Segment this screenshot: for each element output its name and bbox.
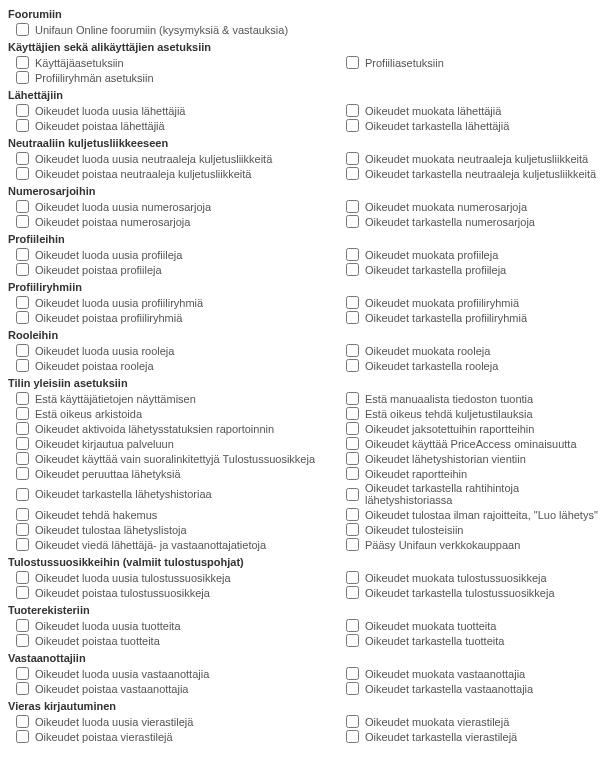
permission-option[interactable]: Oikeudet tarkastella rooleja (346, 358, 601, 373)
permission-option[interactable]: Oikeudet luoda uusia tulostussuosikkeja (6, 570, 346, 585)
permission-checkbox[interactable] (16, 71, 29, 84)
permission-checkbox[interactable] (346, 392, 359, 405)
permission-checkbox[interactable] (346, 422, 359, 435)
permission-option[interactable]: Oikeudet poistaa vastaanottajia (6, 681, 346, 696)
permission-option[interactable]: Oikeudet tarkastella vastaanottajia (346, 681, 601, 696)
permission-checkbox[interactable] (16, 508, 29, 521)
permission-option[interactable]: Oikeudet kirjautua palveluun (6, 436, 346, 451)
permission-option[interactable]: Unifaun Online foorumiin (kysymyksiä & v… (6, 22, 609, 37)
permission-option[interactable]: Oikeudet luoda uusia lähettäjiä (6, 103, 346, 118)
permission-option[interactable]: Käyttäjäasetuksiin (6, 55, 346, 70)
permission-option[interactable]: Oikeudet luoda uusia vierastilejä (6, 714, 346, 729)
permission-checkbox[interactable] (346, 344, 359, 357)
permission-checkbox[interactable] (16, 152, 29, 165)
permission-checkbox[interactable] (16, 586, 29, 599)
permission-option[interactable]: Oikeudet tarkastella neutraaleja kuljetu… (346, 166, 601, 181)
permission-checkbox[interactable] (16, 467, 29, 480)
permission-checkbox[interactable] (16, 407, 29, 420)
permission-checkbox[interactable] (346, 467, 359, 480)
permission-checkbox[interactable] (16, 344, 29, 357)
permission-option[interactable]: Oikeudet poistaa tulostussuosikkeja (6, 585, 346, 600)
permission-option[interactable]: Oikeudet käyttää PriceAccess ominaisuutt… (346, 436, 601, 451)
permission-option[interactable]: Oikeudet raportteihin (346, 466, 601, 481)
permission-option[interactable]: Oikeudet käyttää vain suoralinkitettyjä … (6, 451, 346, 466)
permission-option[interactable]: Oikeudet tarkastella tulostussuosikkeja (346, 585, 601, 600)
permission-checkbox[interactable] (16, 538, 29, 551)
permission-option[interactable]: Oikeudet lähetyshistorian vientiin (346, 451, 601, 466)
permission-checkbox[interactable] (16, 571, 29, 584)
permission-checkbox[interactable] (346, 104, 359, 117)
permission-checkbox[interactable] (346, 359, 359, 372)
permission-checkbox[interactable] (16, 422, 29, 435)
permission-option[interactable]: Estä käyttäjätietojen näyttämisen (6, 391, 346, 406)
permission-option[interactable]: Oikeudet luoda uusia tuotteita (6, 618, 346, 633)
permission-checkbox[interactable] (346, 119, 359, 132)
permission-checkbox[interactable] (16, 634, 29, 647)
permission-option[interactable]: Oikeudet poistaa tuotteita (6, 633, 346, 648)
permission-checkbox[interactable] (346, 167, 359, 180)
permission-checkbox[interactable] (346, 523, 359, 536)
permission-checkbox[interactable] (16, 437, 29, 450)
permission-option[interactable]: Oikeudet muokata numerosarjoja (346, 199, 601, 214)
permission-checkbox[interactable] (346, 619, 359, 632)
permission-checkbox[interactable] (346, 437, 359, 450)
permission-option[interactable]: Oikeudet luoda uusia vastaanottajia (6, 666, 346, 681)
permission-option[interactable]: Oikeudet luoda uusia numerosarjoja (6, 199, 346, 214)
permission-option[interactable]: Oikeudet poistaa neutraaleja kuljetuslii… (6, 166, 346, 181)
permission-option[interactable]: Oikeudet luoda uusia neutraaleja kuljetu… (6, 151, 346, 166)
permission-option[interactable]: Oikeudet muokata lähettäjiä (346, 103, 601, 118)
permission-checkbox[interactable] (346, 586, 359, 599)
permission-option[interactable]: Oikeudet muokata vastaanottajia (346, 666, 601, 681)
permission-checkbox[interactable] (16, 619, 29, 632)
permission-option[interactable]: Profiiliasetuksiin (346, 55, 601, 70)
permission-option[interactable]: Oikeudet viedä lähettäjä- ja vastaanotta… (6, 537, 346, 552)
permission-option[interactable]: Oikeudet poistaa vierastilejä (6, 729, 346, 744)
permission-checkbox[interactable] (16, 23, 29, 36)
permission-option[interactable]: Oikeudet tulostaa lähetyslistoja (6, 522, 346, 537)
permission-checkbox[interactable] (16, 167, 29, 180)
permission-checkbox[interactable] (346, 730, 359, 743)
permission-checkbox[interactable] (346, 311, 359, 324)
permission-option[interactable]: Oikeudet poistaa lähettäjiä (6, 118, 346, 133)
permission-checkbox[interactable] (16, 682, 29, 695)
permission-checkbox[interactable] (16, 452, 29, 465)
permission-checkbox[interactable] (346, 56, 359, 69)
permission-checkbox[interactable] (16, 263, 29, 276)
permission-option[interactable]: Oikeudet luoda uusia profiiliryhmiä (6, 295, 346, 310)
permission-checkbox[interactable] (16, 248, 29, 261)
permission-option[interactable]: Profiiliryhmän asetuksiin (6, 70, 609, 85)
permission-checkbox[interactable] (16, 523, 29, 536)
permission-option[interactable]: Oikeudet jaksotettuihin raportteihin (346, 421, 601, 436)
permission-option[interactable]: Oikeudet poistaa profiileja (6, 262, 346, 277)
permission-checkbox[interactable] (346, 407, 359, 420)
permission-option[interactable]: Oikeudet poistaa numerosarjoja (6, 214, 346, 229)
permission-checkbox[interactable] (346, 571, 359, 584)
permission-option[interactable]: Oikeudet tehdä hakemus (6, 507, 346, 522)
permission-checkbox[interactable] (346, 263, 359, 276)
permission-checkbox[interactable] (346, 682, 359, 695)
permission-option[interactable]: Oikeudet muokata rooleja (346, 343, 601, 358)
permission-checkbox[interactable] (346, 508, 359, 521)
permission-option[interactable]: Oikeudet tarkastella profiiliryhmiä (346, 310, 601, 325)
permission-checkbox[interactable] (16, 215, 29, 228)
permission-checkbox[interactable] (346, 152, 359, 165)
permission-checkbox[interactable] (346, 296, 359, 309)
permission-checkbox[interactable] (16, 359, 29, 372)
permission-checkbox[interactable] (346, 667, 359, 680)
permission-option[interactable]: Oikeudet aktivoida lähetysstatuksien rap… (6, 421, 346, 436)
permission-option[interactable]: Oikeudet muokata profiileja (346, 247, 601, 262)
permission-option[interactable]: Oikeudet tarkastella vierastilejä (346, 729, 601, 744)
permission-checkbox[interactable] (346, 248, 359, 261)
permission-checkbox[interactable] (346, 538, 359, 551)
permission-option[interactable]: Oikeudet muokata profiiliryhmiä (346, 295, 601, 310)
permission-checkbox[interactable] (16, 730, 29, 743)
permission-checkbox[interactable] (346, 488, 359, 501)
permission-checkbox[interactable] (16, 104, 29, 117)
permission-option[interactable]: Oikeudet tarkastella rahtihintoja lähety… (346, 481, 601, 507)
permission-option[interactable]: Oikeudet poistaa profiiliryhmiä (6, 310, 346, 325)
permission-checkbox[interactable] (16, 200, 29, 213)
permission-checkbox[interactable] (16, 715, 29, 728)
permission-checkbox[interactable] (16, 311, 29, 324)
permission-option[interactable]: Estä oikeus arkistoida (6, 406, 346, 421)
permission-option[interactable]: Oikeudet muokata tuotteita (346, 618, 601, 633)
